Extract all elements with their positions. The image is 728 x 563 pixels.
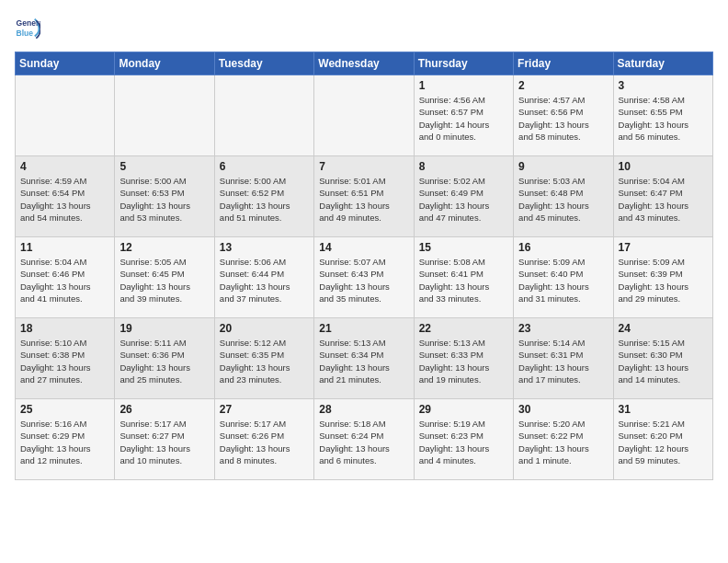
day-header-friday: Friday [514, 52, 613, 75]
day-number: 7 [319, 160, 408, 173]
day-number: 21 [319, 322, 408, 335]
empty-day [16, 75, 115, 156]
day-detail: Sunrise: 5:20 AM Sunset: 6:22 PM Dayligh… [518, 418, 608, 466]
day-number: 16 [518, 241, 608, 254]
day-number: 29 [419, 403, 508, 416]
calendar-day-25: 25Sunrise: 5:16 AM Sunset: 6:29 PM Dayli… [16, 399, 115, 480]
day-number: 22 [419, 322, 508, 335]
logo: General Blue [15, 15, 44, 40]
day-header-saturday: Saturday [613, 52, 712, 75]
day-number: 12 [119, 241, 209, 254]
calendar-week-row: 25Sunrise: 5:16 AM Sunset: 6:29 PM Dayli… [16, 399, 713, 480]
calendar-day-7: 7Sunrise: 5:01 AM Sunset: 6:51 PM Daylig… [314, 156, 414, 237]
calendar-day-31: 31Sunrise: 5:21 AM Sunset: 6:20 PM Dayli… [613, 399, 712, 480]
day-number: 24 [619, 322, 708, 335]
day-header-wednesday: Wednesday [314, 52, 414, 75]
day-detail: Sunrise: 4:59 AM Sunset: 6:54 PM Dayligh… [20, 175, 109, 224]
calendar-week-row: 4Sunrise: 4:59 AM Sunset: 6:54 PM Daylig… [16, 156, 713, 237]
day-number: 19 [119, 322, 209, 335]
day-number: 2 [518, 79, 608, 92]
day-number: 8 [419, 160, 508, 173]
day-header-monday: Monday [115, 52, 214, 75]
day-number: 11 [20, 241, 109, 254]
calendar-header-row: SundayMondayTuesdayWednesdayThursdayFrid… [16, 52, 713, 75]
calendar-day-6: 6Sunrise: 5:00 AM Sunset: 6:52 PM Daylig… [214, 156, 313, 237]
day-detail: Sunrise: 5:02 AM Sunset: 6:49 PM Dayligh… [419, 175, 508, 224]
day-detail: Sunrise: 5:00 AM Sunset: 6:53 PM Dayligh… [119, 175, 209, 224]
day-detail: Sunrise: 5:00 AM Sunset: 6:52 PM Dayligh… [220, 175, 309, 224]
calendar-table: SundayMondayTuesdayWednesdayThursdayFrid… [15, 52, 713, 480]
day-number: 9 [518, 160, 608, 173]
calendar-day-29: 29Sunrise: 5:19 AM Sunset: 6:23 PM Dayli… [414, 399, 513, 480]
day-detail: Sunrise: 5:08 AM Sunset: 6:41 PM Dayligh… [419, 256, 508, 304]
svg-text:Blue: Blue [17, 29, 34, 38]
day-detail: Sunrise: 5:04 AM Sunset: 6:47 PM Dayligh… [619, 175, 708, 224]
day-detail: Sunrise: 5:14 AM Sunset: 6:31 PM Dayligh… [518, 337, 608, 385]
day-number: 30 [518, 403, 608, 416]
calendar-day-21: 21Sunrise: 5:13 AM Sunset: 6:34 PM Dayli… [314, 318, 414, 399]
empty-day [214, 75, 313, 156]
calendar-day-20: 20Sunrise: 5:12 AM Sunset: 6:35 PM Dayli… [214, 318, 313, 399]
day-detail: Sunrise: 5:01 AM Sunset: 6:51 PM Dayligh… [319, 175, 408, 224]
calendar-day-26: 26Sunrise: 5:17 AM Sunset: 6:27 PM Dayli… [115, 399, 214, 480]
calendar-day-15: 15Sunrise: 5:08 AM Sunset: 6:41 PM Dayli… [414, 237, 513, 318]
day-header-tuesday: Tuesday [214, 52, 313, 75]
day-number: 13 [220, 241, 309, 254]
calendar-day-8: 8Sunrise: 5:02 AM Sunset: 6:49 PM Daylig… [414, 156, 513, 237]
calendar-day-12: 12Sunrise: 5:05 AM Sunset: 6:45 PM Dayli… [115, 237, 214, 318]
day-number: 5 [119, 160, 209, 173]
day-detail: Sunrise: 4:57 AM Sunset: 6:56 PM Dayligh… [518, 94, 608, 143]
day-detail: Sunrise: 5:09 AM Sunset: 6:39 PM Dayligh… [619, 256, 708, 304]
calendar-day-27: 27Sunrise: 5:17 AM Sunset: 6:26 PM Dayli… [214, 399, 313, 480]
day-detail: Sunrise: 5:18 AM Sunset: 6:24 PM Dayligh… [319, 418, 408, 466]
day-number: 10 [619, 160, 708, 173]
day-detail: Sunrise: 5:06 AM Sunset: 6:44 PM Dayligh… [220, 256, 309, 304]
day-detail: Sunrise: 5:05 AM Sunset: 6:45 PM Dayligh… [119, 256, 209, 304]
calendar-day-16: 16Sunrise: 5:09 AM Sunset: 6:40 PM Dayli… [514, 237, 613, 318]
day-number: 3 [619, 79, 708, 92]
calendar-week-row: 1Sunrise: 4:56 AM Sunset: 6:57 PM Daylig… [16, 75, 713, 156]
calendar-week-row: 11Sunrise: 5:04 AM Sunset: 6:46 PM Dayli… [16, 237, 713, 318]
day-detail: Sunrise: 5:07 AM Sunset: 6:43 PM Dayligh… [319, 256, 408, 304]
day-detail: Sunrise: 5:19 AM Sunset: 6:23 PM Dayligh… [419, 418, 508, 466]
calendar-day-18: 18Sunrise: 5:10 AM Sunset: 6:38 PM Dayli… [16, 318, 115, 399]
day-detail: Sunrise: 5:04 AM Sunset: 6:46 PM Dayligh… [20, 256, 109, 304]
calendar-day-24: 24Sunrise: 5:15 AM Sunset: 6:30 PM Dayli… [613, 318, 712, 399]
calendar-day-30: 30Sunrise: 5:20 AM Sunset: 6:22 PM Dayli… [514, 399, 613, 480]
logo-icon: General Blue [15, 15, 40, 40]
calendar-day-9: 9Sunrise: 5:03 AM Sunset: 6:48 PM Daylig… [514, 156, 613, 237]
calendar-day-4: 4Sunrise: 4:59 AM Sunset: 6:54 PM Daylig… [16, 156, 115, 237]
day-detail: Sunrise: 5:09 AM Sunset: 6:40 PM Dayligh… [518, 256, 608, 304]
day-detail: Sunrise: 4:56 AM Sunset: 6:57 PM Dayligh… [419, 94, 508, 143]
page-header: General Blue [15, 15, 713, 40]
day-detail: Sunrise: 5:11 AM Sunset: 6:36 PM Dayligh… [119, 337, 209, 385]
day-number: 14 [319, 241, 408, 254]
calendar-day-1: 1Sunrise: 4:56 AM Sunset: 6:57 PM Daylig… [414, 75, 513, 156]
empty-day [115, 75, 214, 156]
day-detail: Sunrise: 5:12 AM Sunset: 6:35 PM Dayligh… [220, 337, 309, 385]
day-number: 4 [20, 160, 109, 173]
day-number: 18 [20, 322, 109, 335]
day-number: 6 [220, 160, 309, 173]
day-number: 1 [419, 79, 508, 92]
calendar-day-14: 14Sunrise: 5:07 AM Sunset: 6:43 PM Dayli… [314, 237, 414, 318]
day-header-thursday: Thursday [414, 52, 513, 75]
calendar-day-23: 23Sunrise: 5:14 AM Sunset: 6:31 PM Dayli… [514, 318, 613, 399]
day-number: 25 [20, 403, 109, 416]
day-number: 28 [319, 403, 408, 416]
calendar-day-5: 5Sunrise: 5:00 AM Sunset: 6:53 PM Daylig… [115, 156, 214, 237]
day-detail: Sunrise: 5:10 AM Sunset: 6:38 PM Dayligh… [20, 337, 109, 385]
day-detail: Sunrise: 5:13 AM Sunset: 6:33 PM Dayligh… [419, 337, 508, 385]
calendar-day-3: 3Sunrise: 4:58 AM Sunset: 6:55 PM Daylig… [613, 75, 712, 156]
empty-day [314, 75, 414, 156]
calendar-day-19: 19Sunrise: 5:11 AM Sunset: 6:36 PM Dayli… [115, 318, 214, 399]
day-detail: Sunrise: 5:17 AM Sunset: 6:27 PM Dayligh… [119, 418, 209, 466]
day-number: 31 [619, 403, 708, 416]
calendar-day-13: 13Sunrise: 5:06 AM Sunset: 6:44 PM Dayli… [214, 237, 313, 318]
day-detail: Sunrise: 4:58 AM Sunset: 6:55 PM Dayligh… [619, 94, 708, 143]
calendar-day-10: 10Sunrise: 5:04 AM Sunset: 6:47 PM Dayli… [613, 156, 712, 237]
calendar-day-17: 17Sunrise: 5:09 AM Sunset: 6:39 PM Dayli… [613, 237, 712, 318]
calendar-day-28: 28Sunrise: 5:18 AM Sunset: 6:24 PM Dayli… [314, 399, 414, 480]
calendar-week-row: 18Sunrise: 5:10 AM Sunset: 6:38 PM Dayli… [16, 318, 713, 399]
calendar-day-22: 22Sunrise: 5:13 AM Sunset: 6:33 PM Dayli… [414, 318, 513, 399]
